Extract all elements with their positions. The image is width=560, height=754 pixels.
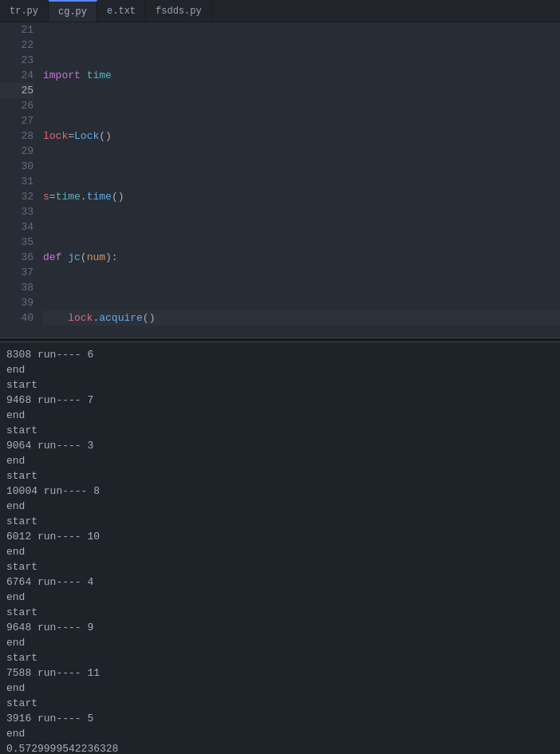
terminal-line-6: start — [6, 423, 554, 438]
tab-fsdds-py[interactable]: fsdds.py — [146, 0, 212, 22]
terminal-line-7: 9064 run---- 3 — [6, 438, 554, 453]
terminal-line-13: 6012 run---- 10 — [6, 529, 554, 544]
line-num-21: 21 — [0, 22, 34, 38]
terminal-line-15: start — [6, 559, 554, 574]
code-line-24: def jc(num): — [43, 250, 560, 265]
terminal-line-25: 3916 run---- 5 — [6, 711, 554, 726]
terminal-line-19: 9648 run---- 9 — [6, 620, 554, 635]
terminal-line-26: end — [6, 726, 554, 741]
terminal-line-24: start — [6, 696, 554, 711]
tab-tr-py[interactable]: tr.py — [0, 0, 49, 22]
line-num-24: 24 — [0, 68, 34, 83]
line-num-38: 38 — [0, 280, 34, 295]
code-line-21: import time — [43, 68, 560, 83]
line-num-23: 23 — [0, 53, 34, 68]
line-num-36: 36 — [0, 250, 34, 265]
terminal-line-1: 8308 run---- 6 — [6, 347, 554, 362]
line-num-39: 39 — [0, 295, 34, 310]
terminal-line-11: end — [6, 499, 554, 514]
terminal-line-27: 0.5729999542236328 — [6, 741, 554, 754]
tab-e-txt[interactable]: e.txt — [97, 0, 146, 22]
line-num-31: 31 — [0, 174, 34, 189]
line-num-34: 34 — [0, 219, 34, 235]
line-num-33: 33 — [0, 204, 34, 219]
line-num-30: 30 — [0, 159, 34, 174]
line-numbers: 21 22 23 24 25 26 27 28 29 30 31 32 33 3… — [0, 22, 40, 338]
code-content[interactable]: import time lock=Lock() s=time.time() de… — [40, 22, 560, 338]
terminal-line-10: 10004 run---- 8 — [6, 484, 554, 499]
line-num-32: 32 — [0, 189, 34, 204]
tab-fsdds-py-label: fsdds.py — [156, 6, 202, 17]
terminal-line-18: start — [6, 605, 554, 620]
terminal-line-21: start — [6, 650, 554, 665]
line-num-22: 22 — [0, 38, 34, 53]
terminal-line-23: end — [6, 681, 554, 696]
tab-e-txt-label: e.txt — [107, 6, 136, 17]
tab-tr-py-label: tr.py — [10, 6, 38, 17]
terminal-line-14: end — [6, 544, 554, 559]
terminal-line-9: start — [6, 468, 554, 484]
line-num-27: 27 — [0, 113, 34, 128]
line-num-25: 25 — [0, 83, 34, 98]
terminal-line-17: end — [6, 590, 554, 605]
code-line-22: lock=Lock() — [43, 128, 560, 144]
tab-bar: tr.py cg.py e.txt fsdds.py — [0, 0, 560, 22]
terminal-line-8: end — [6, 453, 554, 468]
code-line-25: lock.acquire() — [43, 310, 560, 326]
tab-cg-py[interactable]: cg.py — [49, 0, 97, 22]
editor-area: 21 22 23 24 25 26 27 28 29 30 31 32 33 3… — [0, 22, 560, 338]
line-num-37: 37 — [0, 265, 34, 280]
terminal-area[interactable]: 8308 run---- 6 end start 9468 run---- 7 … — [0, 342, 560, 754]
line-num-26: 26 — [0, 98, 34, 113]
terminal-line-12: start — [6, 514, 554, 529]
terminal-line-20: end — [6, 635, 554, 650]
line-num-35: 35 — [0, 235, 34, 250]
line-num-29: 29 — [0, 144, 34, 159]
terminal-line-16: 6764 run---- 4 — [6, 574, 554, 590]
line-num-28: 28 — [0, 128, 34, 144]
terminal-line-4: 9468 run---- 7 — [6, 393, 554, 408]
tab-cg-py-label: cg.py — [58, 6, 87, 18]
line-num-40: 40 — [0, 310, 34, 326]
terminal-line-2: end — [6, 362, 554, 377]
terminal-line-3: start — [6, 377, 554, 393]
terminal-line-22: 7588 run---- 11 — [6, 665, 554, 681]
code-line-23: s=time.time() — [43, 189, 560, 204]
terminal-line-5: end — [6, 408, 554, 423]
